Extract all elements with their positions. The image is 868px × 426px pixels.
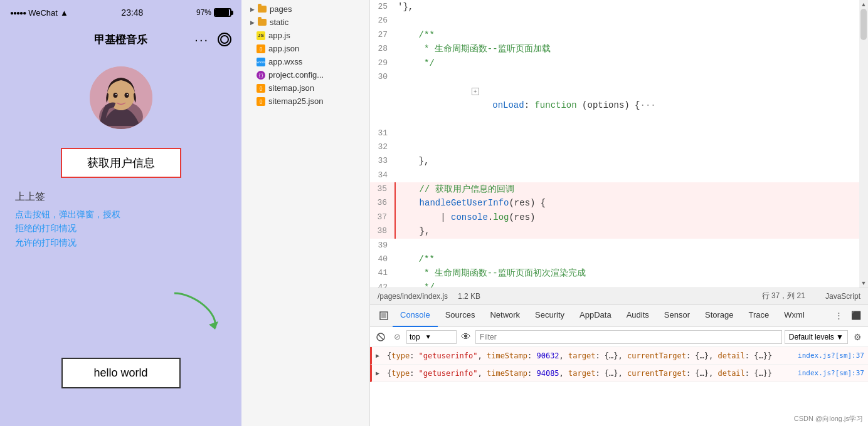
line-number: 39	[370, 239, 395, 252]
collapse-icon[interactable]: +	[472, 88, 479, 95]
tab-appdata[interactable]: AppData	[572, 304, 619, 327]
svg-line-12	[378, 335, 383, 340]
scrollbar-thumb[interactable]	[860, 9, 867, 40]
table-row: 41 * 生命周期函数--监听页面初次渲染完成	[370, 266, 868, 280]
line-content: /**	[395, 252, 868, 266]
table-row: 38 },	[370, 224, 868, 238]
line-number: 26	[370, 14, 395, 28]
json-icon: {}	[257, 84, 265, 93]
tip-desc-1: 点击按钮，弹出弹窗，授权	[15, 207, 226, 221]
table-row: 39	[370, 239, 868, 252]
console-row-link[interactable]: index.js?[sm]:37	[798, 369, 864, 377]
line-number: 34	[370, 169, 395, 182]
console-row-link[interactable]: index.js?[sm]:37	[798, 351, 864, 360]
scroll-up-icon[interactable]: ▲	[859, 0, 868, 9]
line-number: 38	[370, 224, 395, 238]
tab-trace-label: Trace	[749, 310, 770, 320]
line-content: */	[395, 56, 868, 70]
phone-title-icons: ···	[194, 33, 231, 47]
hello-world-box: hello world	[61, 358, 180, 388]
table-row: 34	[370, 169, 868, 182]
camera-icon[interactable]	[218, 33, 231, 46]
status-left: ●●●●● WeChat ▲	[10, 8, 68, 18]
avatar-image	[90, 66, 152, 129]
devtools-tabs-bar: Console Sources Network Security AppData…	[370, 304, 868, 327]
cursor-position: 行 37，列 21	[762, 291, 805, 301]
carrier-label: WeChat	[28, 8, 58, 18]
expand-row-icon[interactable]: ▶	[376, 352, 384, 359]
line-number: 29	[370, 56, 395, 70]
tab-storage[interactable]: Storage	[697, 304, 741, 327]
file-item-static[interactable]: ▶ static	[241, 16, 369, 29]
expand-row-icon[interactable]: ▶	[376, 370, 384, 377]
arrow-indicator	[168, 287, 225, 333]
file-item-sitemap25[interactable]: {} sitemap25.json	[241, 95, 369, 108]
file-item-appjs[interactable]: JS app.js	[241, 29, 369, 42]
file-item-pages[interactable]: ▶ pages	[241, 3, 369, 16]
table-row: 27 /**	[370, 28, 868, 42]
file-item-appjson[interactable]: {} app.json	[241, 42, 369, 55]
line-number: 36	[370, 196, 395, 210]
get-user-info-button[interactable]: 获取用户信息	[61, 148, 181, 178]
tab-security[interactable]: Security	[527, 304, 572, 327]
file-item-appwxss[interactable]: wxss app.wxss	[241, 55, 369, 68]
log-levels-dropdown[interactable]: Default levels ▼	[785, 330, 848, 344]
line-content: */	[395, 281, 868, 288]
line-content: },	[395, 154, 868, 168]
file-path: /pages/index/index.js	[378, 292, 448, 301]
tab-network-label: Network	[490, 310, 520, 320]
file-label: sitemap25.json	[268, 96, 323, 106]
console-row: ▶ {type: "getuserinfo", timeStamp: 94085…	[370, 365, 868, 382]
line-content: * 生命周期函数--监听页面加载	[395, 42, 868, 56]
line-content	[395, 14, 868, 28]
table-row: 40 /**	[370, 252, 868, 266]
scroll-down-icon[interactable]: ▼	[859, 279, 868, 288]
tab-sensor[interactable]: Sensor	[657, 304, 697, 327]
file-size: 1.2 KB	[458, 292, 480, 301]
tab-security-label: Security	[535, 310, 564, 320]
table-row: 35 // 获取用户信息的回调	[370, 182, 868, 196]
tab-sources[interactable]: Sources	[438, 304, 483, 327]
devtools-panel: Console Sources Network Security AppData…	[370, 304, 868, 426]
tab-audits[interactable]: Audits	[619, 304, 657, 327]
svg-point-7	[127, 94, 128, 95]
more-options-icon[interactable]: ⋮	[832, 309, 845, 323]
json-icon: {}	[257, 97, 265, 106]
file-item-sitemap[interactable]: {} sitemap.json	[241, 81, 369, 95]
context-selector[interactable]: top ▼	[406, 330, 457, 344]
file-item-projectconfig[interactable]: {·} project.config...	[241, 68, 369, 81]
tab-sensor-label: Sensor	[664, 310, 690, 320]
line-number: 42	[370, 281, 395, 288]
svg-point-5	[124, 93, 129, 98]
table-row: 33 },	[370, 154, 868, 168]
eye-icon[interactable]: 👁	[459, 330, 473, 344]
phone-panel: ●●●●● WeChat ▲ 23:48 97% 甲基橙音乐 ···	[0, 0, 241, 426]
table-row: 36 handleGetUserInfo(res) {	[370, 196, 868, 210]
log-levels-label: Default levels ▼	[789, 333, 844, 341]
tab-console-label: Console	[400, 310, 430, 320]
tab-network[interactable]: Network	[482, 304, 527, 327]
more-icon[interactable]: ···	[194, 33, 209, 47]
tab-appdata-label: AppData	[580, 310, 611, 320]
table-row: 26	[370, 14, 868, 28]
code-scroll-container[interactable]: 25 '}, 26 27 /** 28	[370, 0, 868, 288]
line-content: // 获取用户信息的回调	[395, 182, 868, 196]
devtools-toolbar: ⊘ top ▼ 👁 Default levels ▼ ⚙	[370, 327, 868, 347]
tab-wxml[interactable]: Wxml	[776, 304, 812, 327]
tab-trace[interactable]: Trace	[741, 304, 777, 327]
filter-input[interactable]	[475, 330, 782, 344]
expand-devtools-icon[interactable]: ⬛	[849, 309, 863, 323]
tab-storage-label: Storage	[705, 310, 734, 320]
signal-dots: ●●●●●	[10, 9, 26, 16]
select-icon[interactable]	[375, 307, 393, 325]
js-icon: JS	[257, 31, 265, 40]
stop-icon[interactable]: ⊘	[390, 330, 404, 344]
tab-console[interactable]: Console	[393, 304, 438, 327]
table-row: 37 | console.log(res)	[370, 210, 868, 224]
line-content: },	[395, 224, 868, 238]
file-label: project.config...	[268, 70, 324, 80]
settings-gear-icon[interactable]: ⚙	[850, 330, 864, 344]
context-selector-value: top	[410, 333, 420, 341]
wxss-icon: wxss	[257, 58, 265, 66]
clear-console-button[interactable]	[374, 330, 388, 344]
